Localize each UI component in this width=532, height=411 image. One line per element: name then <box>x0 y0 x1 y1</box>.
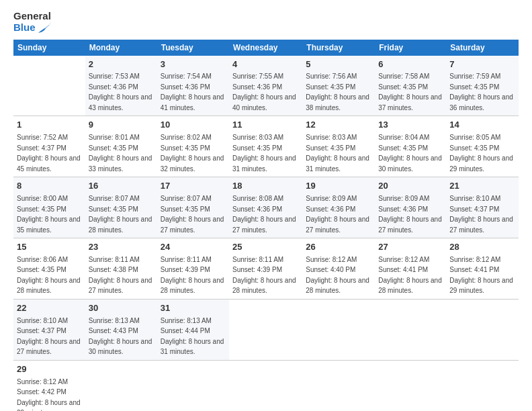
header-thursday: Thursday <box>302 40 375 56</box>
day-sunrise: Sunrise: 8:10 AM <box>17 317 68 324</box>
day-sunrise: Sunrise: 8:12 AM <box>378 256 429 263</box>
day-daylight: Daylight: 8 hours and 27 minutes. <box>449 216 513 234</box>
day-daylight: Daylight: 8 hours and 40 minutes. <box>232 93 296 111</box>
day-daylight: Daylight: 8 hours and 27 minutes. <box>306 216 369 234</box>
calendar-row: 15 Sunrise: 8:06 AM Sunset: 4:35 PM Dayl… <box>13 238 519 300</box>
day-sunrise: Sunrise: 8:12 AM <box>17 378 68 385</box>
calendar-row: 1 Sunrise: 7:52 AM Sunset: 4:37 PM Dayli… <box>13 116 519 177</box>
day-daylight: Daylight: 8 hours and 28 minutes. <box>378 277 442 295</box>
day-daylight: Daylight: 8 hours and 32 minutes. <box>161 154 224 173</box>
day-sunset: Sunset: 4:35 PM <box>449 83 499 91</box>
day-number: 3 <box>161 58 226 71</box>
calendar-cell: 5 Sunrise: 7:56 AM Sunset: 4:35 PM Dayli… <box>302 56 375 116</box>
day-daylight: Daylight: 8 hours and 35 minutes. <box>17 216 81 234</box>
day-daylight: Daylight: 8 hours and 27 minutes. <box>161 216 224 234</box>
calendar-cell: 12 Sunrise: 8:03 AM Sunset: 4:35 PM Dayl… <box>302 116 375 177</box>
calendar-cell: 7 Sunrise: 7:59 AM Sunset: 4:35 PM Dayli… <box>446 56 519 116</box>
day-sunrise: Sunrise: 8:09 AM <box>378 195 429 202</box>
day-sunrise: Sunrise: 8:02 AM <box>161 134 212 141</box>
day-sunset: Sunset: 4:35 PM <box>89 205 138 213</box>
day-daylight: Daylight: 8 hours and 27 minutes. <box>17 338 81 356</box>
calendar-cell: 9 Sunrise: 8:01 AM Sunset: 4:35 PM Dayli… <box>85 116 157 177</box>
day-number: 11 <box>232 119 299 132</box>
calendar-cell: 31 Sunrise: 8:13 AM Sunset: 4:44 PM Dayl… <box>157 299 229 360</box>
day-sunset: Sunset: 4:37 PM <box>449 205 499 213</box>
calendar-cell: 16 Sunrise: 8:07 AM Sunset: 4:35 PM Dayl… <box>85 177 157 238</box>
day-sunset: Sunset: 4:35 PM <box>378 144 428 152</box>
day-daylight: Daylight: 8 hours and 43 minutes. <box>89 93 152 111</box>
header-saturday: Saturday <box>446 40 519 56</box>
calendar-cell: 23 Sunrise: 8:11 AM Sunset: 4:38 PM Dayl… <box>85 238 157 300</box>
calendar-cell: 27 Sunrise: 8:12 AM Sunset: 4:41 PM Dayl… <box>375 238 446 300</box>
day-sunrise: Sunrise: 8:11 AM <box>89 256 140 263</box>
day-sunrise: Sunrise: 7:58 AM <box>378 73 429 80</box>
day-number: 2 <box>89 58 154 71</box>
day-sunrise: Sunrise: 8:12 AM <box>306 256 357 263</box>
day-sunset: Sunset: 4:44 PM <box>161 327 210 334</box>
day-sunset: Sunset: 4:35 PM <box>378 83 428 91</box>
day-number: 21 <box>449 180 515 193</box>
day-daylight: Daylight: 8 hours and 37 minutes. <box>378 93 442 111</box>
day-sunset: Sunset: 4:35 PM <box>161 205 210 213</box>
calendar-cell <box>157 360 229 411</box>
day-sunset: Sunset: 4:35 PM <box>306 144 355 152</box>
day-daylight: Daylight: 8 hours and 29 minutes. <box>449 277 513 295</box>
day-daylight: Daylight: 8 hours and 30 minutes. <box>89 338 152 356</box>
day-number: 18 <box>232 180 299 193</box>
day-sunrise: Sunrise: 8:00 AM <box>17 195 68 202</box>
calendar-row: 8 Sunrise: 8:00 AM Sunset: 4:35 PM Dayli… <box>13 177 519 238</box>
calendar-cell: 1 Sunrise: 7:52 AM Sunset: 4:37 PM Dayli… <box>13 116 85 177</box>
day-number: 9 <box>89 119 154 132</box>
day-number: 14 <box>449 119 515 132</box>
day-sunrise: Sunrise: 8:01 AM <box>89 134 140 141</box>
day-daylight: Daylight: 8 hours and 28 minutes. <box>306 277 369 295</box>
day-number: 7 <box>449 58 515 71</box>
page-header: General Blue <box>13 11 519 34</box>
calendar-cell <box>229 299 302 360</box>
day-daylight: Daylight: 8 hours and 33 minutes. <box>89 154 152 173</box>
day-sunset: Sunset: 4:35 PM <box>89 144 138 152</box>
day-number: 22 <box>17 302 82 315</box>
day-daylight: Daylight: 8 hours and 29 minutes. <box>449 154 513 173</box>
day-sunrise: Sunrise: 7:52 AM <box>17 134 68 141</box>
calendar-cell: 30 Sunrise: 8:13 AM Sunset: 4:43 PM Dayl… <box>85 299 157 360</box>
logo-blue-text: Blue <box>13 22 36 34</box>
calendar-cell: 10 Sunrise: 8:02 AM Sunset: 4:35 PM Dayl… <box>157 116 229 177</box>
calendar-cell: 19 Sunrise: 8:09 AM Sunset: 4:36 PM Dayl… <box>302 177 375 238</box>
day-number: 29 <box>17 363 82 376</box>
day-number: 10 <box>161 119 226 132</box>
header-sunday: Sunday <box>13 40 85 56</box>
day-number: 15 <box>17 241 82 254</box>
day-daylight: Daylight: 8 hours and 30 minutes. <box>378 154 442 173</box>
calendar-cell: 18 Sunrise: 8:08 AM Sunset: 4:36 PM Dayl… <box>229 177 302 238</box>
calendar-row: 29 Sunrise: 8:12 AM Sunset: 4:42 PM Dayl… <box>13 360 519 411</box>
day-number: 17 <box>161 180 226 193</box>
logo-general-text: General <box>13 10 51 21</box>
header-friday: Friday <box>375 40 446 56</box>
day-number: 16 <box>89 180 154 193</box>
calendar-cell: 11 Sunrise: 8:03 AM Sunset: 4:35 PM Dayl… <box>229 116 302 177</box>
day-sunrise: Sunrise: 7:55 AM <box>232 73 283 80</box>
calendar-cell: 6 Sunrise: 7:58 AM Sunset: 4:35 PM Dayli… <box>375 56 446 116</box>
calendar-cell <box>375 360 446 411</box>
day-number: 5 <box>306 58 371 71</box>
day-sunrise: Sunrise: 8:03 AM <box>232 134 283 141</box>
calendar-cell: 17 Sunrise: 8:07 AM Sunset: 4:35 PM Dayl… <box>157 177 229 238</box>
day-sunset: Sunset: 4:36 PM <box>89 83 138 91</box>
day-sunrise: Sunrise: 8:09 AM <box>306 195 357 202</box>
day-sunset: Sunset: 4:35 PM <box>17 205 66 213</box>
calendar-cell: 21 Sunrise: 8:10 AM Sunset: 4:37 PM Dayl… <box>446 177 519 238</box>
day-daylight: Daylight: 8 hours and 31 minutes. <box>232 154 296 173</box>
day-daylight: Daylight: 8 hours and 27 minutes. <box>232 216 296 234</box>
day-sunrise: Sunrise: 8:05 AM <box>449 134 500 141</box>
day-number: 12 <box>306 119 371 132</box>
day-sunrise: Sunrise: 8:06 AM <box>17 256 68 263</box>
day-sunset: Sunset: 4:41 PM <box>378 266 428 273</box>
calendar-cell: 15 Sunrise: 8:06 AM Sunset: 4:35 PM Dayl… <box>13 238 85 300</box>
calendar-table: Sunday Monday Tuesday Wednesday Thursday… <box>13 40 519 412</box>
day-daylight: Daylight: 8 hours and 38 minutes. <box>306 93 369 111</box>
day-sunset: Sunset: 4:41 PM <box>449 266 499 273</box>
day-sunset: Sunset: 4:36 PM <box>232 205 282 213</box>
calendar-row: 2 Sunrise: 7:53 AM Sunset: 4:36 PM Dayli… <box>13 56 519 116</box>
day-number: 1 <box>17 119 82 132</box>
